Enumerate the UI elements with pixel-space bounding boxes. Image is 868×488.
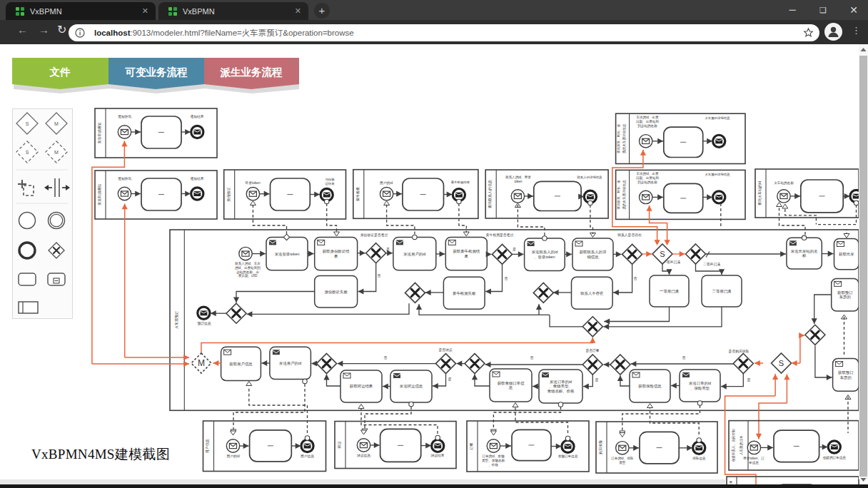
svg-text:发日期、cfID: 发日期、cfID: [238, 273, 258, 278]
svg-text:黄牛检测失败: 黄牛检测失败: [453, 291, 476, 296]
svg-text:否: 否: [634, 276, 637, 281]
svg-text:否: 否: [384, 355, 388, 360]
svg-text:发送转运信息: 发送转运信息: [400, 384, 423, 389]
svg-text:身份验证是否通过: 身份验证是否通过: [360, 233, 388, 238]
svg-text:二等座已满: 二等座已满: [703, 262, 720, 266]
svg-text:黄牛检查: 黄牛检查: [355, 187, 360, 201]
svg-text:果: 果: [334, 254, 338, 258]
svg-text:是否转运: 是否转运: [438, 348, 452, 352]
svg-text:查询联系人的信息: 查询联系人的信息: [488, 180, 493, 208]
svg-text:用户信息: 用户信息: [301, 454, 314, 459]
svg-text:是: 是: [747, 377, 751, 382]
svg-text:是: 是: [595, 377, 599, 382]
svg-text:细信息: 细信息: [587, 255, 599, 260]
svg-text:保险信息: 保险信息: [692, 456, 706, 461]
svg-text:是: 是: [513, 247, 516, 252]
svg-text:联系人的详细信息: 联系人的详细信息: [577, 176, 602, 180]
svg-text:火车票的详细信息: 火车票的详细信息: [705, 173, 730, 176]
svg-text:否: 否: [505, 276, 508, 281]
svg-text:获取出发: 获取出发: [839, 252, 854, 257]
svg-text:证结果: 证结果: [325, 182, 335, 185]
svg-text:票的火车票详细信息: 票的火车票详细信息: [622, 180, 627, 210]
svg-text:通知快讯: 通知快讯: [118, 176, 131, 181]
svg-text:转运: 转运: [337, 442, 341, 449]
svg-text:、价格: 、价格: [488, 463, 498, 467]
svg-text:黄牛检测是否通过: 黄牛检测是否通过: [486, 233, 514, 238]
svg-text:火车票的详细信息: 火车票的详细信息: [705, 116, 730, 120]
svg-text:查询火车站的id: 查询火车站的id: [757, 181, 762, 205]
svg-text:S: S: [660, 250, 665, 258]
svg-text:否: 否: [682, 355, 686, 360]
svg-text:发送取消通知: 发送取消通知: [97, 123, 102, 144]
svg-text:M: M: [198, 358, 205, 368]
svg-text:火车站的名称: 火车站的名称: [774, 181, 794, 185]
svg-text:息: 息: [508, 385, 513, 390]
svg-text:身份验证失败: 身份验证失败: [324, 290, 348, 295]
svg-text:转运信息: 转运信息: [357, 454, 370, 458]
svg-text:否: 否: [530, 355, 534, 360]
svg-text:通知快讯: 通知快讯: [118, 114, 131, 119]
svg-text:票的火车票详细信息: 票的火车票详细信息: [622, 123, 627, 153]
svg-text:获取用户信息: 获取用户信息: [229, 362, 253, 367]
svg-text:否: 否: [378, 273, 381, 278]
svg-text:通知结果: 通知结果: [190, 176, 203, 181]
svg-text:车票的: 车票的: [840, 375, 852, 380]
svg-text:token: token: [514, 180, 523, 183]
svg-text:一等座已满: 一等座已满: [660, 289, 679, 293]
svg-text:一等座已满: 一等座已满: [663, 260, 680, 264]
svg-text:预订信息: 预订信息: [197, 322, 211, 326]
svg-text:获取转运结果: 获取转运结果: [350, 384, 373, 389]
svg-text:发送登录token: 发送登录token: [275, 252, 300, 257]
svg-text:购买保险: 购买保险: [598, 440, 603, 454]
svg-text:是: 是: [448, 377, 452, 382]
svg-text:联系人是否存在: 联系人是否存在: [617, 233, 642, 238]
svg-text:联系人不存在: 联系人不存在: [580, 291, 604, 295]
svg-text:单信息: 单信息: [748, 461, 759, 465]
svg-text:称: 称: [802, 253, 807, 258]
svg-text:发送取消通知: 发送取消通知: [97, 184, 102, 205]
svg-text:通知结果: 通知结果: [190, 114, 203, 119]
svg-text:查询班次、时长、余: 查询班次、时长、余: [616, 123, 621, 153]
svg-text:用户信息: 用户信息: [206, 439, 211, 454]
svg-text:S: S: [779, 359, 784, 367]
svg-text:创建联系人、访问控制: 创建联系人、访问控制: [731, 429, 736, 462]
svg-text:身份验证: 身份验证: [226, 188, 231, 202]
svg-text:食物名称、价格: 食物名称、价格: [547, 389, 575, 394]
svg-text:用户的id: 用户的id: [226, 454, 239, 459]
svg-text:食物订单信息: 食物订单信息: [558, 454, 578, 459]
svg-text:类型: 类型: [619, 460, 626, 465]
svg-text:用户的id: 用户的id: [380, 181, 393, 185]
svg-text:黄牛检测结果: 黄牛检测结果: [451, 181, 470, 184]
svg-text:查询班次、时长、余: 查询班次、时长、余: [616, 180, 621, 210]
svg-text:获取保险信息: 获取保险信息: [638, 384, 662, 389]
svg-text:到达站的名称: 到达站的名称: [637, 123, 657, 128]
svg-text:转运结果: 转运结果: [430, 454, 444, 458]
svg-text:车票的: 车票的: [839, 295, 851, 300]
svg-text:果: 果: [465, 254, 469, 258]
svg-text:身份验: 身份验: [325, 178, 335, 181]
svg-text:到达站的名称: 到达站的名称: [637, 180, 657, 185]
svg-text:是否购买保险: 是否购买保险: [729, 349, 750, 354]
svg-text:发送用户的id: 发送用户的id: [403, 252, 425, 257]
svg-text:发送用户的id: 发送用户的id: [279, 361, 301, 366]
svg-text:人车票的订单: 人车票的订单: [739, 435, 744, 455]
svg-text:、登录token: 、登录token: [534, 255, 555, 260]
svg-text:是否订餐: 是否订餐: [585, 348, 599, 353]
svg-text:创建的订单信息: 创建的订单信息: [823, 455, 847, 460]
svg-text:订餐: 订餐: [469, 443, 473, 450]
svg-text:火车票预订: 火车票预订: [174, 311, 179, 329]
svg-text:登录token: 登录token: [245, 181, 261, 185]
svg-text:二等座已满: 二等座已满: [712, 289, 732, 293]
svg-text:、保险类型: 、保险类型: [690, 386, 710, 390]
